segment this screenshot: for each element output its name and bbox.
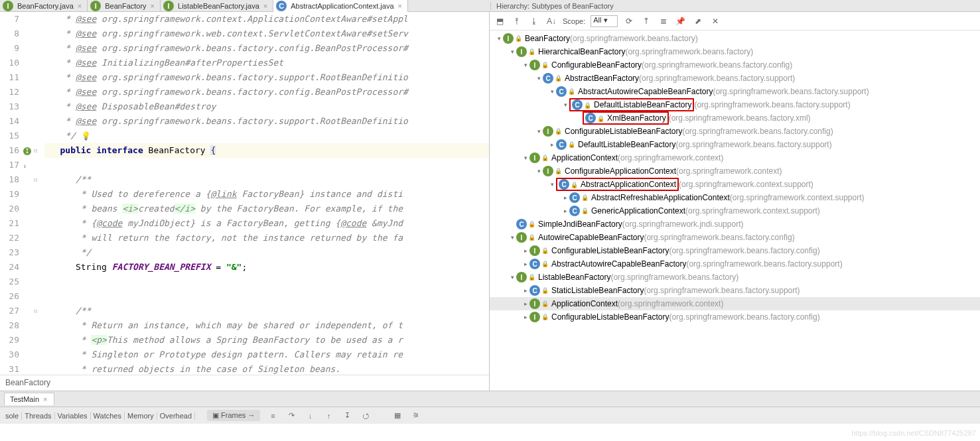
tree-twisty-icon[interactable]: ▸: [522, 300, 529, 307]
tree-node[interactable]: ▸I🔒ConfigurableListableBeanFactory (org.…: [490, 244, 980, 257]
lock-icon: 🔒: [541, 287, 549, 294]
tree-node[interactable]: ▸C🔒AbstractRefreshableApplicationContext…: [490, 191, 980, 204]
tree-node[interactable]: ▾I🔒ApplicationContext (org.springframewo…: [490, 151, 980, 164]
debug-subtab[interactable]: sole: [3, 412, 22, 420]
scope-select[interactable]: All ▾: [591, 15, 617, 27]
hierarchy-supertypes-icon[interactable]: ⭱: [511, 15, 523, 27]
class-icon: C: [543, 73, 553, 84]
autoscroll-icon[interactable]: ⤒: [640, 15, 652, 27]
run-to-cursor-icon[interactable]: ↧: [341, 410, 353, 422]
code-editor[interactable]: 7891011121314151617181920212223242526272…: [0, 12, 489, 375]
tree-twisty-icon[interactable]: ▸: [548, 141, 556, 148]
editor-tab-bar: IBeanFactory.java×IBeanFactory×IListable…: [0, 0, 980, 12]
close-icon[interactable]: ×: [397, 2, 403, 10]
watermark: https://blog.csdn.net/CSDN877425287: [851, 429, 976, 437]
close-icon[interactable]: ×: [149, 2, 156, 10]
editor-tab[interactable]: IBeanFactory.java×: [0, 0, 88, 12]
tree-node[interactable]: ▾I🔒ListableBeanFactory (org.springframew…: [490, 271, 980, 284]
tree-twisty-icon[interactable]: ▾: [535, 75, 543, 82]
frames-chip[interactable]: ▣ Frames →: [207, 410, 260, 421]
pin-icon[interactable]: 📌: [675, 15, 687, 27]
tree-twisty-icon[interactable]: ▾: [535, 168, 543, 174]
tree-twisty-icon[interactable]: ▸: [561, 194, 569, 201]
tree-twisty-icon[interactable]: ▾: [508, 274, 516, 281]
refresh-icon[interactable]: ⟳: [623, 15, 635, 27]
lock-icon: 🔒: [541, 300, 549, 307]
layout-icon[interactable]: ▦: [391, 410, 403, 422]
tree-node[interactable]: ▸I🔒ApplicationContext (org.springframewo…: [490, 297, 980, 310]
tree-node[interactable]: ▾C🔒AbstractApplicationContext (org.sprin…: [490, 178, 980, 191]
close-icon[interactable]: ✕: [709, 15, 721, 27]
tree-node[interactable]: C🔒XmlBeanFactory (org.springframework.be…: [490, 111, 980, 125]
external-icon[interactable]: ⬈: [692, 15, 704, 27]
intention-bulb-icon[interactable]: 💡: [81, 131, 91, 141]
lock-icon: 🔒: [528, 274, 535, 281]
tree-twisty-icon[interactable]: ▸: [522, 247, 529, 254]
bottom-tab-bar: TestMain×: [0, 391, 980, 407]
debug-subtab[interactable]: Variables: [55, 412, 91, 420]
tree-node[interactable]: ▾I🔒ConfigurableListableBeanFactory (org.…: [490, 125, 980, 138]
close-icon[interactable]: ×: [76, 2, 83, 10]
hierarchy-tree[interactable]: ▾I🔒BeanFactory (org.springframework.bean…: [490, 31, 980, 391]
breadcrumb[interactable]: BeanFactory: [0, 375, 489, 391]
tree-node[interactable]: C🔒SimpleJndiBeanFactory (org.springframe…: [490, 218, 980, 231]
lock-icon: 🔒: [597, 115, 604, 122]
tree-node[interactable]: ▾I🔒AutowireCapableBeanFactory (org.sprin…: [490, 231, 980, 244]
step-into-icon[interactable]: ↓: [304, 410, 316, 422]
tree-node[interactable]: ▸C🔒StaticListableBeanFactory (org.spring…: [490, 284, 980, 297]
lock-icon: 🔒: [568, 88, 575, 95]
editor-tab[interactable]: CAbstractApplicationContext.java×: [273, 0, 408, 12]
tree-twisty-icon[interactable]: ▾: [522, 62, 529, 68]
editor-tab[interactable]: IBeanFactory×: [88, 0, 161, 12]
tree-node[interactable]: ▾C🔒DefaultListableBeanFactory (org.sprin…: [490, 98, 980, 111]
drop-frame-icon[interactable]: ⭯: [360, 410, 372, 422]
tree-node[interactable]: ▸C🔒AbstractAutowireCapableBeanFactory (o…: [490, 257, 980, 271]
editor-tab[interactable]: IListableBeanFactory.java×: [161, 0, 273, 12]
tree-node[interactable]: ▾I🔒BeanFactory (org.springframework.bean…: [490, 32, 980, 45]
bottom-tab-testmain[interactable]: TestMain×: [4, 393, 54, 405]
tree-node[interactable]: ▸C🔒DefaultListableBeanFactory (org.sprin…: [490, 138, 980, 151]
sort-alpha-icon[interactable]: A↓: [545, 15, 557, 27]
tree-twisty-icon[interactable]: ▾: [508, 48, 516, 55]
tree-twisty-icon[interactable]: ▾: [522, 155, 529, 161]
tree-twisty-icon[interactable]: ▾: [561, 101, 569, 108]
debug-subtab[interactable]: Overhead: [157, 412, 195, 420]
hierarchy-class-icon[interactable]: ⬒: [494, 15, 506, 27]
tree-node[interactable]: ▾I🔒HierarchicalBeanFactory (org.springfr…: [490, 45, 980, 58]
lock-icon: 🔒: [528, 234, 535, 241]
debug-controls: ▣ Frames → ≡ ↷ ↓ ↑ ↧ ⭯ ▦ ⚞: [203, 410, 426, 422]
tree-twisty-icon[interactable]: ▸: [522, 314, 529, 320]
tree-node[interactable]: ▸I🔒ConfigurableListableBeanFactory (org.…: [490, 310, 980, 324]
tree-twisty-icon[interactable]: ▾: [535, 128, 543, 135]
debug-subtab[interactable]: Threads: [22, 412, 54, 420]
tree-twisty-icon[interactable]: ▾: [495, 35, 503, 42]
tree-twisty-icon[interactable]: ▸: [561, 208, 569, 214]
tree-twisty-icon[interactable]: ▸: [522, 287, 529, 294]
class-icon: C: [556, 139, 567, 150]
settings-icon[interactable]: ⚞: [410, 410, 422, 422]
class-icon: C: [572, 99, 583, 110]
hierarchy-subtypes-icon[interactable]: ⭳: [528, 15, 540, 27]
expand-all-icon[interactable]: ≣: [658, 15, 669, 27]
tree-twisty-icon[interactable]: ▸: [522, 261, 529, 267]
interface-icon: I: [529, 245, 540, 256]
debug-subtab[interactable]: Watches: [91, 412, 125, 420]
debug-subtab[interactable]: Memory: [125, 412, 157, 420]
step-over-icon[interactable]: ↷: [285, 410, 297, 422]
tree-twisty-icon[interactable]: ▾: [548, 181, 556, 188]
close-icon[interactable]: ×: [42, 395, 48, 403]
interface-icon: I: [503, 33, 514, 44]
tree-node[interactable]: ▸C🔒GenericApplicationContext (org.spring…: [490, 204, 980, 218]
debug-filter-icon[interactable]: ≡: [267, 410, 279, 422]
lock-icon: 🔒: [541, 261, 549, 267]
close-icon[interactable]: ×: [262, 2, 269, 10]
tree-node[interactable]: ▾I🔒ConfigurableBeanFactory (org.springfr…: [490, 58, 980, 72]
hierarchy-toolbar: ⬒ ⭱ ⭳ A↓ Scope: All ▾ ⟳ ⤒ ≣ 📌 ⬈ ✕: [490, 12, 980, 31]
tree-node[interactable]: ▾I🔒ConfigurableApplicationContext (org.s…: [490, 164, 980, 178]
tree-twisty-icon[interactable]: ▾: [548, 88, 556, 95]
step-out-icon[interactable]: ↑: [322, 410, 334, 422]
class-icon: C: [529, 285, 540, 296]
tree-twisty-icon[interactable]: ▾: [508, 234, 516, 241]
tree-node[interactable]: ▾C🔒AbstractAutowireCapableBeanFactory (o…: [490, 85, 980, 98]
tree-node[interactable]: ▾C🔒AbstractBeanFactory (org.springframew…: [490, 72, 980, 85]
